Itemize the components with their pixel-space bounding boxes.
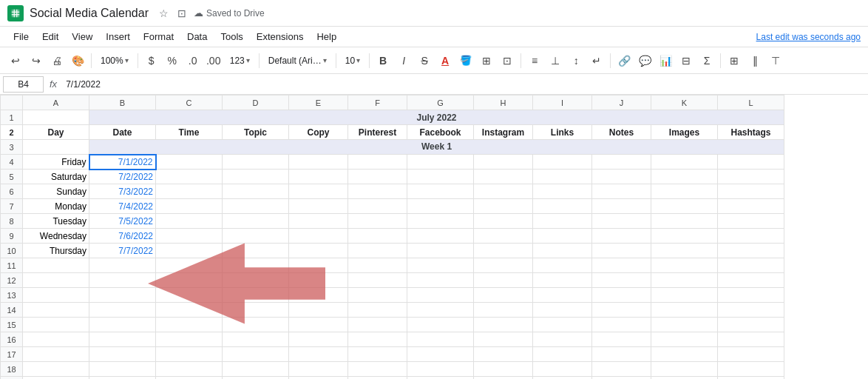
- cell-g7[interactable]: [407, 199, 474, 214]
- text-wrap-button[interactable]: ↵: [587, 51, 606, 70]
- cell-h4[interactable]: [474, 155, 533, 170]
- cell-j6[interactable]: [592, 184, 651, 199]
- cell-notes-header[interactable]: Notes: [592, 125, 651, 140]
- cell-pinterest-header[interactable]: Pinterest: [348, 125, 407, 140]
- cell-topic-header[interactable]: Topic: [223, 125, 289, 140]
- undo-button[interactable]: ↩: [6, 51, 25, 70]
- cell-g5[interactable]: [407, 170, 474, 184]
- cell-i7[interactable]: [533, 199, 592, 214]
- cell-c6[interactable]: [156, 184, 223, 199]
- menu-insert[interactable]: Insert: [100, 29, 136, 44]
- cell-d6[interactable]: [223, 184, 289, 199]
- redo-button[interactable]: ↪: [27, 51, 46, 70]
- text-rotate-button[interactable]: ↕: [566, 51, 586, 70]
- col-header-h[interactable]: H: [474, 95, 533, 110]
- cell-f4[interactable]: [348, 155, 407, 170]
- cell-a9-day[interactable]: Wednesday: [23, 229, 89, 244]
- cell-h10[interactable]: [474, 244, 533, 258]
- cell-g4[interactable]: [407, 155, 474, 170]
- cell-facebook-header[interactable]: Facebook: [407, 125, 474, 140]
- halign-button[interactable]: ≡: [525, 51, 544, 70]
- function-button[interactable]: Σ: [697, 51, 716, 70]
- move-icon[interactable]: ⊡: [177, 7, 186, 19]
- cell-f8[interactable]: [348, 214, 407, 229]
- col-header-l[interactable]: L: [718, 95, 784, 110]
- col-header-k[interactable]: K: [651, 95, 718, 110]
- cell-k8[interactable]: [651, 214, 718, 229]
- last-edit-status[interactable]: Last edit was seconds ago: [756, 32, 861, 42]
- cell-a5-day[interactable]: Saturday: [23, 170, 89, 184]
- cell-b4-date[interactable]: 7/1/2022: [89, 155, 156, 170]
- print-button[interactable]: 🖨: [47, 51, 67, 70]
- currency-button[interactable]: $: [142, 51, 161, 70]
- cell-j7[interactable]: [592, 199, 651, 214]
- cell-d8[interactable]: [223, 214, 289, 229]
- cell-c10[interactable]: [156, 244, 223, 258]
- cell-hashtags-header[interactable]: Hashtags: [718, 125, 784, 140]
- cell-b5-date[interactable]: 7/2/2022: [89, 170, 156, 184]
- corner-header[interactable]: [1, 95, 23, 110]
- strikethrough-button[interactable]: S: [415, 51, 434, 70]
- cell-a10-day[interactable]: Thursday: [23, 244, 89, 258]
- cell-b9-date[interactable]: 7/6/2022: [89, 229, 156, 244]
- cell-h5[interactable]: [474, 170, 533, 184]
- col-header-e[interactable]: E: [289, 95, 348, 110]
- cell-d10[interactable]: [223, 244, 289, 258]
- comment-button[interactable]: 💬: [635, 51, 654, 70]
- font-size-dropdown[interactable]: 10 ▾: [340, 51, 365, 70]
- cell-e9[interactable]: [289, 229, 348, 244]
- cell-a4-day[interactable]: Friday: [23, 155, 89, 170]
- cell-d4[interactable]: [223, 155, 289, 170]
- cell-f9[interactable]: [348, 229, 407, 244]
- cell-k6[interactable]: [651, 184, 718, 199]
- cell-e8[interactable]: [289, 214, 348, 229]
- menu-data[interactable]: Data: [181, 29, 213, 44]
- menu-tools[interactable]: Tools: [214, 29, 248, 44]
- borders-button[interactable]: ⊞: [477, 51, 496, 70]
- more3-button[interactable]: ⊤: [766, 51, 785, 70]
- cell-g8[interactable]: [407, 214, 474, 229]
- col-header-g[interactable]: G: [407, 95, 474, 110]
- zoom-dropdown[interactable]: 100% ▾: [95, 51, 134, 70]
- menu-view[interactable]: View: [66, 29, 98, 44]
- cell-h7[interactable]: [474, 199, 533, 214]
- cell-instagram-header[interactable]: Instagram: [474, 125, 533, 140]
- cell-e10[interactable]: [289, 244, 348, 258]
- star-icon[interactable]: ☆: [159, 7, 169, 19]
- cell-a1[interactable]: [23, 110, 89, 125]
- cell-week1-header[interactable]: Week 1: [89, 140, 784, 155]
- filter-button[interactable]: ⊟: [677, 51, 696, 70]
- cell-e4[interactable]: [289, 155, 348, 170]
- cell-h6[interactable]: [474, 184, 533, 199]
- cell-i9[interactable]: [533, 229, 592, 244]
- cell-j5[interactable]: [592, 170, 651, 184]
- menu-help[interactable]: Help: [311, 29, 342, 44]
- cell-reference-input[interactable]: [3, 76, 44, 93]
- link-button[interactable]: 🔗: [614, 51, 634, 70]
- cell-j8[interactable]: [592, 214, 651, 229]
- cell-e5[interactable]: [289, 170, 348, 184]
- fill-color-button[interactable]: 🪣: [456, 51, 475, 70]
- cell-c8[interactable]: [156, 214, 223, 229]
- cell-d9[interactable]: [223, 229, 289, 244]
- cell-date-header[interactable]: Date: [89, 125, 156, 140]
- more2-button[interactable]: ‖: [745, 51, 764, 70]
- col-header-d[interactable]: D: [223, 95, 289, 110]
- cell-links-header[interactable]: Links: [533, 125, 592, 140]
- cell-k7[interactable]: [651, 199, 718, 214]
- merge-button[interactable]: ⊡: [498, 51, 517, 70]
- format-number-dropdown[interactable]: 123 ▾: [225, 51, 255, 70]
- decimal-increase-button[interactable]: .00: [204, 51, 223, 70]
- cell-h9[interactable]: [474, 229, 533, 244]
- cell-d7[interactable]: [223, 199, 289, 214]
- bold-button[interactable]: B: [373, 51, 393, 70]
- cell-l5[interactable]: [718, 170, 784, 184]
- cell-b6-date[interactable]: 7/3/2022: [89, 184, 156, 199]
- cell-k9[interactable]: [651, 229, 718, 244]
- cell-g6[interactable]: [407, 184, 474, 199]
- cell-l6[interactable]: [718, 184, 784, 199]
- paint-format-button[interactable]: 🎨: [68, 51, 87, 70]
- cell-c4[interactable]: [156, 155, 223, 170]
- cell-f6[interactable]: [348, 184, 407, 199]
- col-header-j[interactable]: J: [592, 95, 651, 110]
